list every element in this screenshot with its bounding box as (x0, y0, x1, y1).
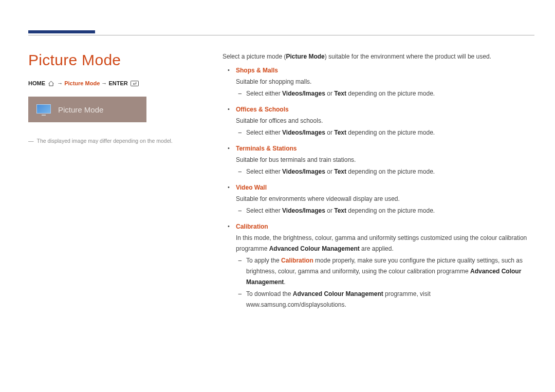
mode-title: Terminals & Stations (236, 143, 529, 154)
mode-desc: Suitable for shopping malls. (236, 77, 529, 87)
breadcrumb: HOME → Picture Mode → ENTER (28, 80, 203, 87)
select-note: Select either Videos/Images or Text depe… (236, 206, 529, 216)
select-note: Select either Videos/Images or Text depe… (236, 127, 529, 138)
mode-item: Terminals & StationsSuitable for bus ter… (223, 143, 529, 177)
select-note: Select either Videos/Images or Text depe… (236, 88, 529, 99)
breadcrumb-home: HOME (28, 80, 45, 86)
right-column: Select a picture mode (Picture Mode) sui… (223, 51, 529, 315)
picture-mode-list: Shops & MallsSuitable for shopping malls… (223, 65, 529, 310)
calibration-note: To apply the Calibration mode properly, … (236, 255, 529, 288)
enter-icon (131, 81, 139, 87)
breadcrumb-mid: Picture Mode (64, 80, 100, 86)
select-note: Select either Videos/Images or Text depe… (236, 166, 529, 177)
image-disclaimer: ―The displayed image may differ dependin… (28, 138, 203, 144)
menu-preview: Picture Mode (28, 97, 146, 122)
left-column: Picture Mode HOME → Picture Mode → ENTER… (28, 51, 203, 315)
breadcrumb-arrow: → (101, 80, 107, 86)
mode-item-calibration: CalibrationIn this mode, the brightness,… (223, 221, 529, 310)
intro-text: Select a picture mode (Picture Mode) sui… (223, 51, 529, 62)
calibration-note: To download the Advanced Colour Manageme… (236, 289, 529, 310)
mode-title: Video Wall (236, 182, 529, 193)
home-icon (48, 81, 54, 87)
menu-preview-label: Picture Mode (58, 105, 103, 114)
mode-desc: Suitable for offices and schools. (236, 116, 529, 126)
mode-title: Calibration (236, 221, 529, 232)
page-title: Picture Mode (28, 51, 203, 69)
breadcrumb-arrow: → (57, 80, 63, 86)
tv-icon (36, 104, 51, 115)
mode-desc: In this mode, the brightness, colour, ga… (236, 233, 529, 254)
mode-title: Offices & Schools (236, 104, 529, 115)
accent-bar (28, 30, 95, 33)
mode-title: Shops & Malls (236, 65, 529, 76)
mode-desc: Suitable for environments where videowal… (236, 194, 529, 204)
mode-item: Shops & MallsSuitable for shopping malls… (223, 65, 529, 99)
mode-desc: Suitable for bus terminals and train sta… (236, 155, 529, 165)
horizontal-rule (28, 35, 534, 35)
mode-item: Video WallSuitable for environments wher… (223, 182, 529, 216)
breadcrumb-enter: ENTER (108, 80, 127, 86)
mode-item: Offices & SchoolsSuitable for offices an… (223, 104, 529, 138)
svg-rect-0 (131, 81, 138, 86)
